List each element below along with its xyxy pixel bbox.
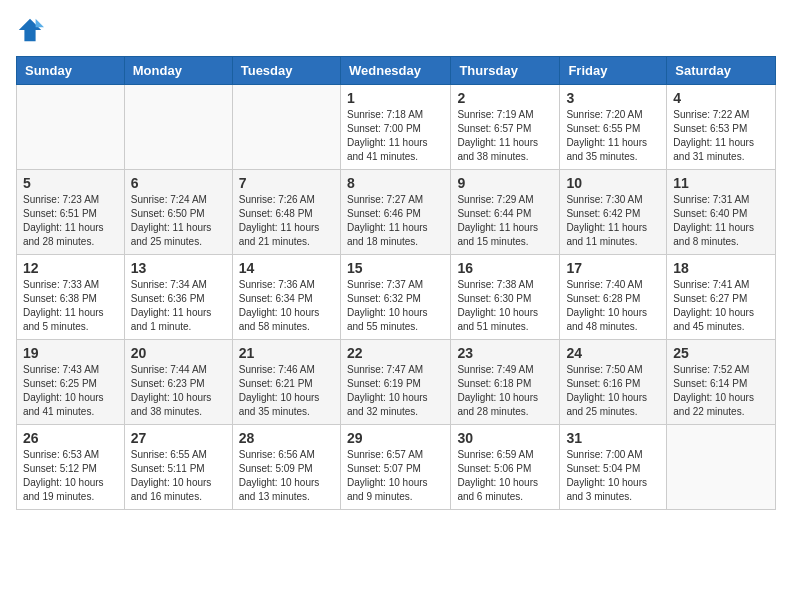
calendar-cell: 15Sunrise: 7:37 AM Sunset: 6:32 PM Dayli… xyxy=(340,255,450,340)
day-number: 27 xyxy=(131,430,226,446)
calendar-cell: 25Sunrise: 7:52 AM Sunset: 6:14 PM Dayli… xyxy=(667,340,776,425)
day-info: Sunrise: 7:19 AM Sunset: 6:57 PM Dayligh… xyxy=(457,108,553,164)
day-number: 2 xyxy=(457,90,553,106)
logo xyxy=(16,16,48,44)
day-info: Sunrise: 6:56 AM Sunset: 5:09 PM Dayligh… xyxy=(239,448,334,504)
day-info: Sunrise: 7:36 AM Sunset: 6:34 PM Dayligh… xyxy=(239,278,334,334)
calendar-cell: 21Sunrise: 7:46 AM Sunset: 6:21 PM Dayli… xyxy=(232,340,340,425)
calendar-cell xyxy=(17,85,125,170)
day-info: Sunrise: 7:24 AM Sunset: 6:50 PM Dayligh… xyxy=(131,193,226,249)
day-number: 7 xyxy=(239,175,334,191)
header-saturday: Saturday xyxy=(667,57,776,85)
day-number: 25 xyxy=(673,345,769,361)
day-info: Sunrise: 7:20 AM Sunset: 6:55 PM Dayligh… xyxy=(566,108,660,164)
day-info: Sunrise: 7:31 AM Sunset: 6:40 PM Dayligh… xyxy=(673,193,769,249)
calendar-cell: 29Sunrise: 6:57 AM Sunset: 5:07 PM Dayli… xyxy=(340,425,450,510)
day-info: Sunrise: 6:59 AM Sunset: 5:06 PM Dayligh… xyxy=(457,448,553,504)
week-row-4: 19Sunrise: 7:43 AM Sunset: 6:25 PM Dayli… xyxy=(17,340,776,425)
day-number: 28 xyxy=(239,430,334,446)
svg-marker-1 xyxy=(36,19,44,27)
header-thursday: Thursday xyxy=(451,57,560,85)
week-row-5: 26Sunrise: 6:53 AM Sunset: 5:12 PM Dayli… xyxy=(17,425,776,510)
day-number: 11 xyxy=(673,175,769,191)
day-number: 18 xyxy=(673,260,769,276)
day-number: 31 xyxy=(566,430,660,446)
header-row: SundayMondayTuesdayWednesdayThursdayFrid… xyxy=(17,57,776,85)
day-number: 26 xyxy=(23,430,118,446)
calendar-cell: 19Sunrise: 7:43 AM Sunset: 6:25 PM Dayli… xyxy=(17,340,125,425)
day-number: 24 xyxy=(566,345,660,361)
header-friday: Friday xyxy=(560,57,667,85)
day-info: Sunrise: 7:33 AM Sunset: 6:38 PM Dayligh… xyxy=(23,278,118,334)
calendar-cell xyxy=(667,425,776,510)
calendar-cell: 3Sunrise: 7:20 AM Sunset: 6:55 PM Daylig… xyxy=(560,85,667,170)
day-info: Sunrise: 7:37 AM Sunset: 6:32 PM Dayligh… xyxy=(347,278,444,334)
day-info: Sunrise: 7:43 AM Sunset: 6:25 PM Dayligh… xyxy=(23,363,118,419)
calendar-cell: 6Sunrise: 7:24 AM Sunset: 6:50 PM Daylig… xyxy=(124,170,232,255)
calendar-cell: 2Sunrise: 7:19 AM Sunset: 6:57 PM Daylig… xyxy=(451,85,560,170)
calendar-table: SundayMondayTuesdayWednesdayThursdayFrid… xyxy=(16,56,776,510)
calendar-cell xyxy=(232,85,340,170)
calendar-cell: 31Sunrise: 7:00 AM Sunset: 5:04 PM Dayli… xyxy=(560,425,667,510)
day-number: 20 xyxy=(131,345,226,361)
day-number: 16 xyxy=(457,260,553,276)
calendar-cell: 27Sunrise: 6:55 AM Sunset: 5:11 PM Dayli… xyxy=(124,425,232,510)
page-header xyxy=(16,16,776,44)
day-info: Sunrise: 7:18 AM Sunset: 7:00 PM Dayligh… xyxy=(347,108,444,164)
day-number: 3 xyxy=(566,90,660,106)
day-number: 15 xyxy=(347,260,444,276)
header-sunday: Sunday xyxy=(17,57,125,85)
day-info: Sunrise: 7:30 AM Sunset: 6:42 PM Dayligh… xyxy=(566,193,660,249)
day-number: 14 xyxy=(239,260,334,276)
calendar-cell: 18Sunrise: 7:41 AM Sunset: 6:27 PM Dayli… xyxy=(667,255,776,340)
day-info: Sunrise: 7:23 AM Sunset: 6:51 PM Dayligh… xyxy=(23,193,118,249)
day-number: 30 xyxy=(457,430,553,446)
header-tuesday: Tuesday xyxy=(232,57,340,85)
calendar-cell xyxy=(124,85,232,170)
day-number: 19 xyxy=(23,345,118,361)
calendar-cell: 7Sunrise: 7:26 AM Sunset: 6:48 PM Daylig… xyxy=(232,170,340,255)
calendar-cell: 9Sunrise: 7:29 AM Sunset: 6:44 PM Daylig… xyxy=(451,170,560,255)
calendar-cell: 20Sunrise: 7:44 AM Sunset: 6:23 PM Dayli… xyxy=(124,340,232,425)
day-number: 4 xyxy=(673,90,769,106)
calendar-cell: 11Sunrise: 7:31 AM Sunset: 6:40 PM Dayli… xyxy=(667,170,776,255)
day-info: Sunrise: 6:53 AM Sunset: 5:12 PM Dayligh… xyxy=(23,448,118,504)
calendar-cell: 28Sunrise: 6:56 AM Sunset: 5:09 PM Dayli… xyxy=(232,425,340,510)
day-number: 6 xyxy=(131,175,226,191)
week-row-1: 1Sunrise: 7:18 AM Sunset: 7:00 PM Daylig… xyxy=(17,85,776,170)
calendar-cell: 16Sunrise: 7:38 AM Sunset: 6:30 PM Dayli… xyxy=(451,255,560,340)
day-info: Sunrise: 7:47 AM Sunset: 6:19 PM Dayligh… xyxy=(347,363,444,419)
day-info: Sunrise: 7:46 AM Sunset: 6:21 PM Dayligh… xyxy=(239,363,334,419)
day-number: 1 xyxy=(347,90,444,106)
calendar-cell: 10Sunrise: 7:30 AM Sunset: 6:42 PM Dayli… xyxy=(560,170,667,255)
week-row-3: 12Sunrise: 7:33 AM Sunset: 6:38 PM Dayli… xyxy=(17,255,776,340)
day-number: 29 xyxy=(347,430,444,446)
header-wednesday: Wednesday xyxy=(340,57,450,85)
day-number: 8 xyxy=(347,175,444,191)
calendar-cell: 12Sunrise: 7:33 AM Sunset: 6:38 PM Dayli… xyxy=(17,255,125,340)
day-info: Sunrise: 7:50 AM Sunset: 6:16 PM Dayligh… xyxy=(566,363,660,419)
day-info: Sunrise: 7:00 AM Sunset: 5:04 PM Dayligh… xyxy=(566,448,660,504)
day-number: 10 xyxy=(566,175,660,191)
calendar-cell: 13Sunrise: 7:34 AM Sunset: 6:36 PM Dayli… xyxy=(124,255,232,340)
day-info: Sunrise: 7:34 AM Sunset: 6:36 PM Dayligh… xyxy=(131,278,226,334)
calendar-cell: 4Sunrise: 7:22 AM Sunset: 6:53 PM Daylig… xyxy=(667,85,776,170)
calendar-cell: 26Sunrise: 6:53 AM Sunset: 5:12 PM Dayli… xyxy=(17,425,125,510)
day-info: Sunrise: 7:52 AM Sunset: 6:14 PM Dayligh… xyxy=(673,363,769,419)
day-number: 9 xyxy=(457,175,553,191)
day-info: Sunrise: 7:29 AM Sunset: 6:44 PM Dayligh… xyxy=(457,193,553,249)
day-number: 12 xyxy=(23,260,118,276)
header-monday: Monday xyxy=(124,57,232,85)
day-info: Sunrise: 7:26 AM Sunset: 6:48 PM Dayligh… xyxy=(239,193,334,249)
day-info: Sunrise: 7:27 AM Sunset: 6:46 PM Dayligh… xyxy=(347,193,444,249)
day-number: 23 xyxy=(457,345,553,361)
day-number: 21 xyxy=(239,345,334,361)
week-row-2: 5Sunrise: 7:23 AM Sunset: 6:51 PM Daylig… xyxy=(17,170,776,255)
day-number: 5 xyxy=(23,175,118,191)
calendar-cell: 23Sunrise: 7:49 AM Sunset: 6:18 PM Dayli… xyxy=(451,340,560,425)
day-info: Sunrise: 7:49 AM Sunset: 6:18 PM Dayligh… xyxy=(457,363,553,419)
day-info: Sunrise: 6:55 AM Sunset: 5:11 PM Dayligh… xyxy=(131,448,226,504)
calendar-cell: 30Sunrise: 6:59 AM Sunset: 5:06 PM Dayli… xyxy=(451,425,560,510)
logo-icon xyxy=(16,16,44,44)
day-number: 22 xyxy=(347,345,444,361)
